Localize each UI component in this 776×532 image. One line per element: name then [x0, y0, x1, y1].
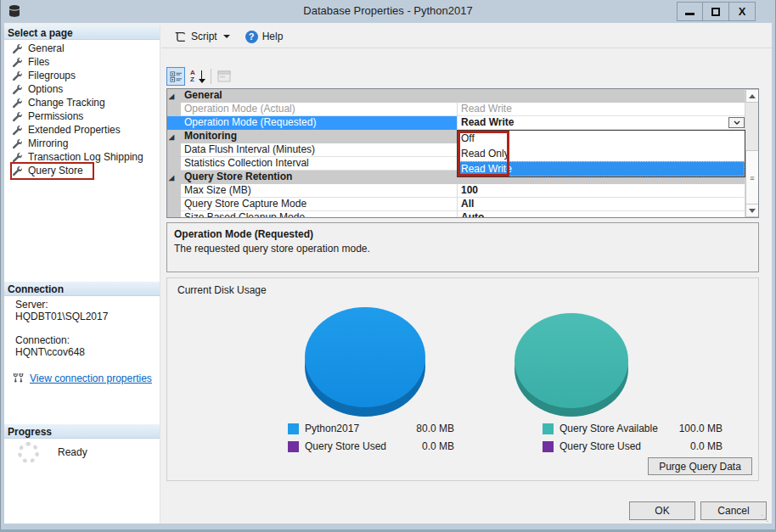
- dialog-content: Select a page General Files Filegroups O…: [4, 23, 772, 524]
- value-max-size[interactable]: 100: [457, 184, 745, 198]
- resize-grip[interactable]: ⋱: [761, 513, 769, 523]
- script-toolbar: Script ? Help: [161, 25, 772, 48]
- dropdown-option-read-write[interactable]: Read Write: [458, 161, 745, 176]
- script-icon: [173, 30, 187, 43]
- collapse-icon[interactable]: ◢: [169, 90, 174, 103]
- progress-header: Progress: [4, 424, 160, 439]
- alphabetical-sort-button[interactable]: A Z: [187, 67, 205, 86]
- grid-scrollbar[interactable]: ≡: [745, 89, 758, 217]
- server-value: HQDBT01\SQL2017: [4, 311, 160, 322]
- minimize-icon: [685, 13, 694, 15]
- collapse-icon[interactable]: ◢: [169, 171, 174, 184]
- server-label: Server:: [4, 299, 160, 311]
- help-button[interactable]: ? Help: [242, 29, 287, 45]
- wrench-icon: [12, 43, 23, 54]
- select-a-page-header: Select a page: [4, 25, 160, 40]
- dropdown-option-off[interactable]: Off: [458, 131, 745, 146]
- database-properties-dialog: Database Properties - Python2017 X Selec…: [0, 0, 776, 532]
- property-grid-toolbar: A Z: [166, 67, 235, 86]
- scroll-down-button[interactable]: [745, 204, 759, 217]
- script-button[interactable]: Script: [170, 28, 233, 45]
- property-pages-button: [215, 67, 233, 86]
- maximize-button[interactable]: [703, 2, 729, 21]
- row-operation-mode-requested[interactable]: Operation Mode (Requested) Read Write: [167, 116, 745, 130]
- collapse-icon[interactable]: ◢: [169, 131, 174, 143]
- wrench-icon: [12, 70, 23, 81]
- operation-mode-dropdown: Off Read Only Read Write: [457, 130, 745, 177]
- description-title: Operation Mode (Requested): [174, 228, 751, 240]
- value-size-based-cleanup-mode[interactable]: Auto: [457, 211, 745, 218]
- sidebar-item-files[interactable]: Files: [4, 55, 160, 69]
- minimize-button[interactable]: [677, 2, 703, 21]
- combo-dropdown-button[interactable]: [728, 117, 745, 128]
- row-query-store-capture-mode[interactable]: Query Store Capture Mode All: [167, 198, 745, 211]
- wrench-icon: [12, 84, 23, 95]
- property-grid: ◢ General Operation Mode (Actual) Read W…: [166, 88, 759, 218]
- row-size-based-cleanup-mode[interactable]: Size Based Cleanup Mode Auto: [167, 211, 745, 218]
- legend-item: Query Store Available 100.0 MB: [543, 423, 723, 434]
- legend-swatch-purple: [288, 441, 299, 452]
- close-button[interactable]: X: [729, 2, 756, 21]
- value-operation-mode-requested[interactable]: Read Write: [457, 116, 745, 130]
- categorized-icon: [170, 70, 183, 83]
- close-icon: X: [739, 5, 746, 18]
- cancel-button[interactable]: Cancel: [700, 501, 767, 520]
- view-connection-properties-link[interactable]: View connection properties: [30, 372, 152, 384]
- sidebar-item-filegroups[interactable]: Filegroups: [4, 69, 160, 82]
- sidebar-item-general[interactable]: General: [4, 42, 160, 55]
- title-bar[interactable]: Database Properties - Python2017 X: [0, 0, 776, 23]
- progress-spinner-icon: [18, 442, 39, 463]
- grip-icon: ≡: [750, 174, 754, 182]
- progress-status: Ready: [58, 446, 87, 458]
- value-query-store-capture-mode[interactable]: All: [457, 198, 745, 211]
- script-dropdown-arrow-icon: [223, 35, 230, 38]
- scroll-down-icon: [749, 209, 756, 213]
- maximize-icon: [711, 8, 720, 16]
- wrench-icon: [12, 152, 23, 163]
- purge-query-data-button[interactable]: Purge Query Data: [648, 457, 752, 475]
- sidebar-item-mirroring[interactable]: Mirroring: [4, 137, 160, 150]
- wrench-icon: [12, 125, 23, 136]
- legend-right: Query Store Available 100.0 MB Query Sto…: [543, 423, 723, 458]
- sidebar-item-options[interactable]: Options: [4, 82, 160, 96]
- current-disk-usage-panel: Current Disk Usage Python2017 80.0 MB Qu…: [166, 277, 759, 481]
- legend-swatch-teal: [543, 423, 554, 434]
- sidebar: Select a page General Files Filegroups O…: [4, 25, 160, 524]
- connection-header: Connection: [4, 282, 160, 296]
- legend-item: Query Store Used 0.0 MB: [288, 440, 454, 452]
- legend-item: Python2017 80.0 MB: [288, 423, 454, 434]
- page-list: General Files Filegroups Options Change …: [4, 42, 160, 177]
- legend-item: Query Store Used 0.0 MB: [543, 440, 723, 452]
- row-operation-mode-actual[interactable]: Operation Mode (Actual) Read Write: [167, 103, 745, 116]
- disk-usage-title: Current Disk Usage: [177, 284, 267, 296]
- toolbar-separator: [211, 69, 211, 84]
- connection-label: Connection:: [4, 334, 160, 346]
- sidebar-item-permissions[interactable]: Permissions: [4, 109, 160, 123]
- wrench-icon: [12, 98, 23, 109]
- category-row-general[interactable]: ◢ General: [167, 89, 745, 103]
- row-max-size[interactable]: Max Size (MB) 100: [167, 184, 745, 198]
- connection-value: HQNT\ccov648: [4, 346, 160, 358]
- wrench-icon: [12, 165, 23, 176]
- scroll-thumb[interactable]: ≡: [745, 150, 759, 206]
- sidebar-item-extended-properties[interactable]: Extended Properties: [4, 123, 160, 137]
- scroll-up-icon: [749, 94, 756, 98]
- connection-properties-icon: [13, 372, 25, 384]
- sidebar-item-change-tracking[interactable]: Change Tracking: [4, 96, 160, 109]
- help-icon: ?: [245, 31, 258, 43]
- wrench-icon: [12, 138, 23, 149]
- wrench-icon: [12, 111, 23, 122]
- sidebar-item-transaction-log-shipping[interactable]: Transaction Log Shipping: [4, 150, 160, 164]
- legend-swatch-blue: [288, 423, 299, 434]
- ok-button[interactable]: OK: [629, 501, 695, 520]
- sidebar-item-query-store[interactable]: Query Store: [4, 164, 160, 177]
- categorized-button[interactable]: [166, 67, 185, 86]
- dropdown-option-read-only[interactable]: Read Only: [458, 146, 745, 161]
- legend-swatch-purple: [543, 441, 554, 452]
- description-text: The requested query store operation mode…: [174, 243, 751, 255]
- legend-left: Python2017 80.0 MB Query Store Used 0.0 …: [288, 423, 454, 458]
- scroll-up-button[interactable]: [745, 89, 759, 103]
- wrench-icon: [12, 57, 23, 68]
- query-store-pie-chart: [515, 313, 628, 408]
- property-pages-icon: [217, 70, 231, 82]
